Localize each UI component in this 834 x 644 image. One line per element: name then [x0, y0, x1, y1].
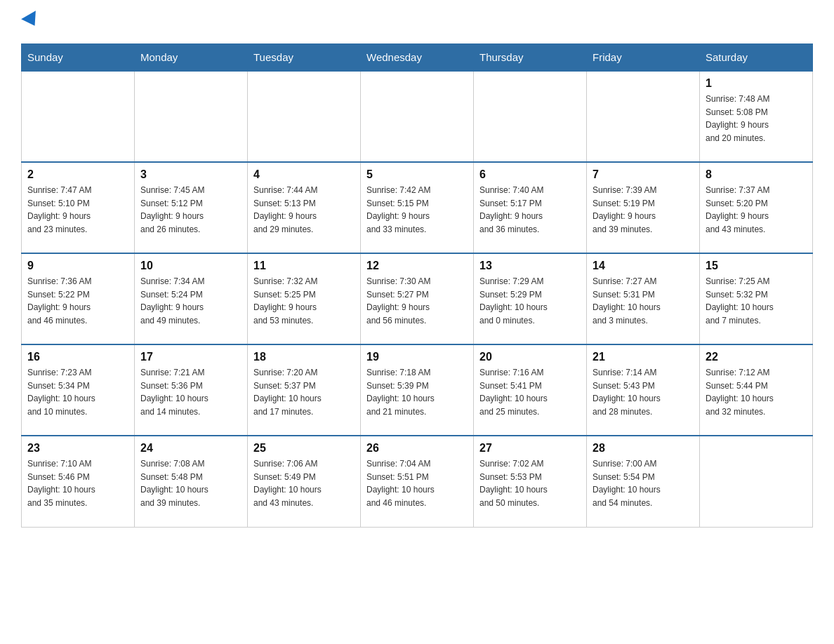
- day-info: Sunrise: 7:37 AM Sunset: 5:20 PM Dayligh…: [706, 184, 807, 236]
- calendar-cell: 23Sunrise: 7:10 AM Sunset: 5:46 PM Dayli…: [22, 436, 135, 527]
- day-info: Sunrise: 7:45 AM Sunset: 5:12 PM Dayligh…: [140, 184, 241, 236]
- calendar-week-row: 16Sunrise: 7:23 AM Sunset: 5:34 PM Dayli…: [22, 344, 813, 436]
- day-info: Sunrise: 7:04 AM Sunset: 5:51 PM Dayligh…: [366, 457, 468, 509]
- day-number: 10: [140, 260, 241, 272]
- day-info: Sunrise: 7:02 AM Sunset: 5:53 PM Dayligh…: [479, 457, 581, 509]
- day-info: Sunrise: 7:29 AM Sunset: 5:29 PM Dayligh…: [479, 275, 581, 327]
- day-number: 22: [706, 351, 807, 363]
- calendar-cell: 24Sunrise: 7:08 AM Sunset: 5:48 PM Dayli…: [135, 436, 248, 527]
- calendar-cell: 9Sunrise: 7:36 AM Sunset: 5:22 PM Daylig…: [22, 253, 135, 344]
- calendar-cell: 7Sunrise: 7:39 AM Sunset: 5:19 PM Daylig…: [587, 162, 700, 253]
- day-number: 1: [706, 77, 807, 90]
- day-info: Sunrise: 7:16 AM Sunset: 5:41 PM Dayligh…: [479, 366, 581, 418]
- day-number: 3: [140, 168, 241, 181]
- day-number: 26: [366, 442, 468, 455]
- day-number: 21: [593, 351, 694, 363]
- day-number: 5: [366, 168, 468, 181]
- day-number: 25: [253, 442, 355, 455]
- day-info: Sunrise: 7:47 AM Sunset: 5:10 PM Dayligh…: [27, 184, 128, 236]
- calendar-cell: 14Sunrise: 7:27 AM Sunset: 5:31 PM Dayli…: [587, 253, 700, 344]
- day-number: 14: [593, 260, 694, 272]
- calendar-cell: 21Sunrise: 7:14 AM Sunset: 5:43 PM Dayli…: [587, 344, 700, 436]
- calendar-cell: 16Sunrise: 7:23 AM Sunset: 5:34 PM Dayli…: [22, 344, 135, 436]
- calendar-cell: 8Sunrise: 7:37 AM Sunset: 5:20 PM Daylig…: [700, 162, 813, 253]
- calendar-week-row: 2Sunrise: 7:47 AM Sunset: 5:10 PM Daylig…: [22, 162, 813, 253]
- day-info: Sunrise: 7:23 AM Sunset: 5:34 PM Dayligh…: [27, 366, 128, 418]
- day-number: 7: [593, 168, 694, 181]
- day-info: Sunrise: 7:27 AM Sunset: 5:31 PM Dayligh…: [593, 275, 694, 327]
- day-info: Sunrise: 7:44 AM Sunset: 5:13 PM Dayligh…: [253, 184, 355, 236]
- day-number: 17: [140, 351, 241, 363]
- day-info: Sunrise: 7:25 AM Sunset: 5:32 PM Dayligh…: [706, 275, 807, 327]
- day-number: 19: [366, 351, 468, 363]
- calendar-cell: [248, 71, 361, 162]
- calendar-header: SundayMondayTuesdayWednesdayThursdayFrid…: [22, 44, 813, 72]
- calendar-cell: 12Sunrise: 7:30 AM Sunset: 5:27 PM Dayli…: [361, 253, 474, 344]
- weekday-header-wednesday: Wednesday: [361, 44, 474, 72]
- day-number: 2: [27, 168, 128, 181]
- day-info: Sunrise: 7:21 AM Sunset: 5:36 PM Dayligh…: [140, 366, 241, 418]
- day-number: 13: [479, 260, 581, 272]
- calendar-cell: 22Sunrise: 7:12 AM Sunset: 5:44 PM Dayli…: [700, 344, 813, 436]
- weekday-header-monday: Monday: [135, 44, 248, 72]
- calendar-cell: [474, 71, 587, 162]
- calendar-cell: 28Sunrise: 7:00 AM Sunset: 5:54 PM Dayli…: [587, 436, 700, 527]
- day-info: Sunrise: 7:32 AM Sunset: 5:25 PM Dayligh…: [253, 275, 355, 327]
- day-number: 28: [593, 442, 694, 455]
- logo-arrow-icon: [21, 11, 42, 30]
- calendar-cell: [361, 71, 474, 162]
- calendar-cell: 25Sunrise: 7:06 AM Sunset: 5:49 PM Dayli…: [248, 436, 361, 527]
- calendar-cell: 11Sunrise: 7:32 AM Sunset: 5:25 PM Dayli…: [248, 253, 361, 344]
- calendar-cell: 5Sunrise: 7:42 AM Sunset: 5:15 PM Daylig…: [361, 162, 474, 253]
- day-number: 16: [27, 351, 128, 363]
- calendar-cell: [22, 71, 135, 162]
- day-number: 9: [27, 260, 128, 272]
- day-info: Sunrise: 7:06 AM Sunset: 5:49 PM Dayligh…: [253, 457, 355, 509]
- weekday-header-sunday: Sunday: [22, 44, 135, 72]
- day-info: Sunrise: 7:34 AM Sunset: 5:24 PM Dayligh…: [140, 275, 241, 327]
- calendar-cell: 1Sunrise: 7:48 AM Sunset: 5:08 PM Daylig…: [700, 71, 813, 162]
- logo: [21, 14, 40, 29]
- day-info: Sunrise: 7:00 AM Sunset: 5:54 PM Dayligh…: [593, 457, 694, 509]
- day-info: Sunrise: 7:36 AM Sunset: 5:22 PM Dayligh…: [27, 275, 128, 327]
- day-info: Sunrise: 7:48 AM Sunset: 5:08 PM Dayligh…: [706, 93, 807, 145]
- day-number: 8: [706, 168, 807, 181]
- calendar-cell: 4Sunrise: 7:44 AM Sunset: 5:13 PM Daylig…: [248, 162, 361, 253]
- calendar-cell: 2Sunrise: 7:47 AM Sunset: 5:10 PM Daylig…: [22, 162, 135, 253]
- calendar-cell: 10Sunrise: 7:34 AM Sunset: 5:24 PM Dayli…: [135, 253, 248, 344]
- weekday-header-friday: Friday: [587, 44, 700, 72]
- calendar-cell: 17Sunrise: 7:21 AM Sunset: 5:36 PM Dayli…: [135, 344, 248, 436]
- day-number: 20: [479, 351, 581, 363]
- calendar-cell: 19Sunrise: 7:18 AM Sunset: 5:39 PM Dayli…: [361, 344, 474, 436]
- calendar-cell: 15Sunrise: 7:25 AM Sunset: 5:32 PM Dayli…: [700, 253, 813, 344]
- day-number: 18: [253, 351, 355, 363]
- day-info: Sunrise: 7:12 AM Sunset: 5:44 PM Dayligh…: [706, 366, 807, 418]
- page-header: [21, 14, 813, 29]
- day-info: Sunrise: 7:20 AM Sunset: 5:37 PM Dayligh…: [253, 366, 355, 418]
- calendar-week-row: 1Sunrise: 7:48 AM Sunset: 5:08 PM Daylig…: [22, 71, 813, 162]
- calendar-cell: [135, 71, 248, 162]
- calendar-cell: [587, 71, 700, 162]
- calendar-week-row: 23Sunrise: 7:10 AM Sunset: 5:46 PM Dayli…: [22, 436, 813, 527]
- weekday-header-saturday: Saturday: [700, 44, 813, 72]
- weekday-header-thursday: Thursday: [474, 44, 587, 72]
- day-info: Sunrise: 7:18 AM Sunset: 5:39 PM Dayligh…: [366, 366, 468, 418]
- day-number: 6: [479, 168, 581, 181]
- calendar-week-row: 9Sunrise: 7:36 AM Sunset: 5:22 PM Daylig…: [22, 253, 813, 344]
- calendar-cell: 26Sunrise: 7:04 AM Sunset: 5:51 PM Dayli…: [361, 436, 474, 527]
- day-info: Sunrise: 7:10 AM Sunset: 5:46 PM Dayligh…: [27, 457, 128, 509]
- calendar-cell: 18Sunrise: 7:20 AM Sunset: 5:37 PM Dayli…: [248, 344, 361, 436]
- day-number: 27: [479, 442, 581, 455]
- day-number: 24: [140, 442, 241, 455]
- calendar-cell: 20Sunrise: 7:16 AM Sunset: 5:41 PM Dayli…: [474, 344, 587, 436]
- calendar-cell: 6Sunrise: 7:40 AM Sunset: 5:17 PM Daylig…: [474, 162, 587, 253]
- day-number: 15: [706, 260, 807, 272]
- day-info: Sunrise: 7:14 AM Sunset: 5:43 PM Dayligh…: [593, 366, 694, 418]
- calendar-cell: 13Sunrise: 7:29 AM Sunset: 5:29 PM Dayli…: [474, 253, 587, 344]
- day-number: 11: [253, 260, 355, 272]
- calendar-cell: 27Sunrise: 7:02 AM Sunset: 5:53 PM Dayli…: [474, 436, 587, 527]
- day-info: Sunrise: 7:39 AM Sunset: 5:19 PM Dayligh…: [593, 184, 694, 236]
- calendar-cell: 3Sunrise: 7:45 AM Sunset: 5:12 PM Daylig…: [135, 162, 248, 253]
- day-number: 4: [253, 168, 355, 181]
- day-info: Sunrise: 7:08 AM Sunset: 5:48 PM Dayligh…: [140, 457, 241, 509]
